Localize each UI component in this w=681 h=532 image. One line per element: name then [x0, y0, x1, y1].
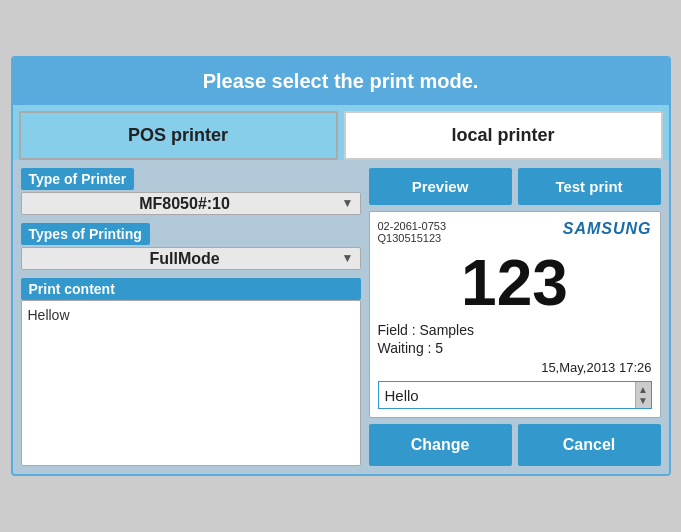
printing-select[interactable]: FullMode — [28, 250, 342, 267]
left-panel: Type of Printer MF8050#:10 ▼ Types of Pr… — [21, 168, 361, 466]
preview-input[interactable] — [379, 383, 635, 408]
printing-select-wrapper: FullMode ▼ — [21, 247, 361, 270]
preview-waiting: Waiting : 5 — [378, 340, 652, 356]
scroll-up-icon: ▲ — [638, 384, 648, 395]
print-content-area[interactable]: Hellow — [21, 300, 361, 466]
change-button[interactable]: Change — [369, 424, 512, 466]
preview-area: 02-2061-0753 Q130515123 SAMSUNG 123 Fiel… — [369, 211, 661, 418]
preview-field: Field : Samples — [378, 322, 652, 338]
preview-scrollbar[interactable]: ▲ ▼ — [635, 382, 651, 408]
type-of-printer-section: Type of Printer MF8050#:10 ▼ — [21, 168, 361, 217]
scroll-down-icon: ▼ — [638, 395, 648, 406]
print-mode-dialog: Please select the print mode. POS printe… — [11, 56, 671, 476]
cancel-button[interactable]: Cancel — [518, 424, 661, 466]
preview-datetime: 15,May,2013 17:26 — [378, 360, 652, 375]
printer-select[interactable]: MF8050#:10 — [28, 195, 342, 212]
bottom-buttons: Change Cancel — [369, 424, 661, 466]
print-content-label: Print content — [21, 278, 361, 300]
preview-brand: SAMSUNG — [563, 220, 652, 238]
right-panel: Preview Test print 02-2061-0753 Q1305151… — [369, 168, 661, 466]
preview-number: 123 — [378, 248, 652, 318]
test-print-button[interactable]: Test print — [518, 168, 661, 205]
printer-tabs: POS printer local printer — [13, 105, 669, 160]
preview-button[interactable]: Preview — [369, 168, 512, 205]
print-content-section: Print content Hellow — [21, 278, 361, 466]
dialog-title: Please select the print mode. — [13, 58, 669, 105]
type-of-printer-label: Type of Printer — [21, 168, 135, 190]
dialog-body: Type of Printer MF8050#:10 ▼ Types of Pr… — [13, 160, 669, 474]
preview-input-row: ▲ ▼ — [378, 381, 652, 409]
printer-select-arrow: ▼ — [342, 196, 354, 210]
types-of-printing-section: Types of Printing FullMode ▼ — [21, 223, 361, 272]
printer-select-wrapper: MF8050#:10 ▼ — [21, 192, 361, 215]
types-of-printing-label: Types of Printing — [21, 223, 150, 245]
tab-local-printer[interactable]: local printer — [344, 111, 663, 160]
tab-pos-printer[interactable]: POS printer — [19, 111, 338, 160]
printing-select-arrow: ▼ — [342, 251, 354, 265]
right-top-buttons: Preview Test print — [369, 168, 661, 205]
